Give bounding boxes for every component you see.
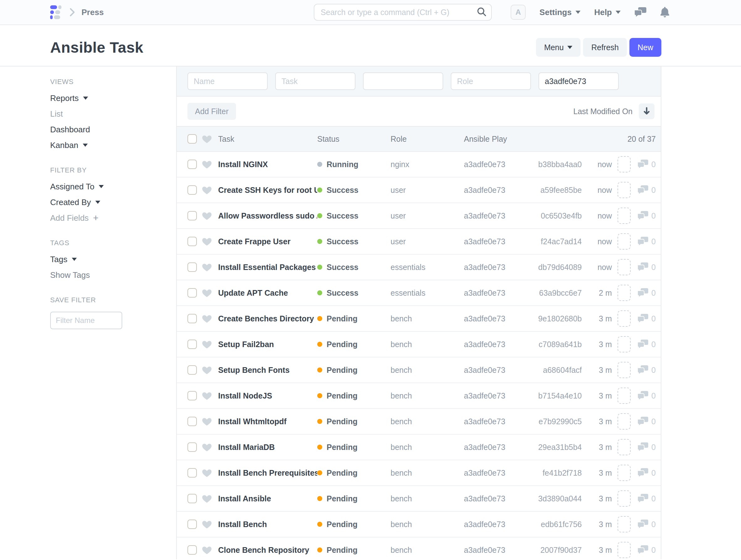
assign-placeholder[interactable] xyxy=(617,542,631,558)
row-checkbox[interactable] xyxy=(188,185,197,195)
sort-direction-button[interactable] xyxy=(639,104,655,119)
row-comments[interactable]: 0 xyxy=(631,262,656,272)
assign-placeholder[interactable] xyxy=(617,285,631,301)
breadcrumb[interactable]: Press xyxy=(81,7,104,17)
like-heart-icon[interactable] xyxy=(202,160,218,169)
assign-placeholder[interactable] xyxy=(617,439,631,455)
like-heart-icon[interactable] xyxy=(202,340,218,349)
like-heart-icon[interactable] xyxy=(202,263,218,271)
like-heart-icon[interactable] xyxy=(202,314,218,323)
row-checkbox[interactable] xyxy=(188,468,197,478)
row-checkbox[interactable] xyxy=(188,288,197,298)
assign-placeholder[interactable] xyxy=(617,387,631,404)
like-heart-icon[interactable] xyxy=(202,366,218,374)
filter-name-input[interactable] xyxy=(50,312,122,329)
row-task-link[interactable]: Setup Fail2ban xyxy=(218,340,317,349)
column-header-ansible-play[interactable]: Ansible Play xyxy=(464,134,527,144)
like-heart-icon[interactable] xyxy=(202,391,218,400)
chat-icon[interactable] xyxy=(634,7,646,17)
row-comments[interactable]: 0 xyxy=(631,417,656,426)
like-heart-icon[interactable] xyxy=(202,211,218,220)
like-heart-icon[interactable] xyxy=(202,289,218,297)
row-comments[interactable]: 0 xyxy=(631,494,656,503)
like-heart-icon[interactable] xyxy=(202,443,218,451)
like-heart-icon[interactable] xyxy=(202,237,218,246)
avatar[interactable]: A xyxy=(511,5,526,20)
row-checkbox[interactable] xyxy=(188,442,197,452)
liked-by-filter-heart-icon[interactable] xyxy=(202,134,218,143)
select-all-checkbox[interactable] xyxy=(188,134,197,144)
assign-placeholder[interactable] xyxy=(617,233,631,250)
like-heart-icon[interactable] xyxy=(202,546,218,554)
row-comments[interactable]: 0 xyxy=(631,519,656,529)
row-comments[interactable]: 0 xyxy=(631,314,656,323)
assign-placeholder[interactable] xyxy=(617,413,631,430)
row-comments[interactable]: 0 xyxy=(631,237,656,246)
standard-filter-input-name[interactable] xyxy=(188,72,268,90)
search-icon[interactable] xyxy=(477,7,487,19)
row-task-link[interactable]: Install NodeJS xyxy=(218,391,317,400)
search-input[interactable] xyxy=(314,4,492,21)
refresh-button[interactable]: Refresh xyxy=(583,38,627,57)
sidebar-item-add-fields[interactable]: Add Fields+ xyxy=(50,213,163,223)
like-heart-icon[interactable] xyxy=(202,417,218,426)
row-task-link[interactable]: Install Ansible xyxy=(218,494,317,503)
row-task-link[interactable]: Update APT Cache xyxy=(218,289,317,298)
assign-placeholder[interactable] xyxy=(617,516,631,533)
standard-filter-input-task[interactable] xyxy=(275,72,355,90)
app-logo-icon[interactable] xyxy=(50,5,61,19)
row-checkbox[interactable] xyxy=(188,237,197,246)
row-task-link[interactable]: Install Bench xyxy=(218,520,317,529)
row-checkbox[interactable] xyxy=(188,262,197,272)
sidebar-item-list[interactable]: List xyxy=(50,109,163,119)
row-task-link[interactable]: Clone Bench Repository xyxy=(218,546,317,555)
sidebar-item-tags[interactable]: Tags xyxy=(50,255,163,264)
row-task-link[interactable]: Install MariaDB xyxy=(218,443,317,452)
row-task-link[interactable]: Create SSH Keys for root Us xyxy=(218,186,317,195)
sidebar-item-show-tags[interactable]: Show Tags xyxy=(50,270,163,280)
standard-filter-input-role[interactable] xyxy=(451,72,531,90)
sidebar-item-kanban[interactable]: Kanban xyxy=(50,140,163,150)
column-header-status[interactable]: Status xyxy=(317,134,391,144)
row-comments[interactable]: 0 xyxy=(631,160,656,169)
row-checkbox[interactable] xyxy=(188,160,197,169)
row-task-link[interactable]: Setup Bench Fonts xyxy=(218,366,317,375)
assign-placeholder[interactable] xyxy=(617,490,631,507)
like-heart-icon[interactable] xyxy=(202,186,218,194)
row-checkbox[interactable] xyxy=(188,365,197,375)
list-count[interactable]: 20 of 37 xyxy=(527,134,656,144)
like-heart-icon[interactable] xyxy=(202,494,218,503)
sort-field-label[interactable]: Last Modified On xyxy=(573,107,632,116)
row-comments[interactable]: 0 xyxy=(631,365,656,375)
row-comments[interactable]: 0 xyxy=(631,339,656,349)
row-checkbox[interactable] xyxy=(188,494,197,503)
row-task-link[interactable]: Install Essential Packages xyxy=(218,263,317,272)
assign-placeholder[interactable] xyxy=(617,182,631,198)
row-comments[interactable]: 0 xyxy=(631,185,656,195)
row-task-link[interactable]: Install NGINX xyxy=(218,160,317,169)
menu-button[interactable]: Menu xyxy=(536,38,581,57)
row-task-link[interactable]: Create Frappe User xyxy=(218,237,317,246)
column-header-task[interactable]: Task xyxy=(218,134,317,144)
sidebar-item-dashboard[interactable]: Dashboard xyxy=(50,125,163,134)
settings-menu[interactable]: Settings xyxy=(539,7,581,17)
like-heart-icon[interactable] xyxy=(202,469,218,477)
row-checkbox[interactable] xyxy=(188,545,197,555)
row-checkbox[interactable] xyxy=(188,417,197,426)
assign-placeholder[interactable] xyxy=(617,465,631,481)
assign-placeholder[interactable] xyxy=(617,259,631,275)
sidebar-item-assigned-to[interactable]: Assigned To xyxy=(50,182,163,191)
row-task-link[interactable]: Install Bench Prerequisites xyxy=(218,469,317,478)
row-comments[interactable]: 0 xyxy=(631,391,656,400)
sidebar-item-created-by[interactable]: Created By xyxy=(50,197,163,207)
notifications-bell-icon[interactable] xyxy=(660,7,670,17)
new-button[interactable]: New xyxy=(629,38,661,57)
assign-placeholder[interactable] xyxy=(617,207,631,224)
row-comments[interactable]: 0 xyxy=(631,442,656,452)
assign-placeholder[interactable] xyxy=(617,310,631,327)
row-comments[interactable]: 0 xyxy=(631,211,656,221)
row-task-link[interactable]: Allow Passwordless sudo Ac xyxy=(218,211,317,221)
help-menu[interactable]: Help xyxy=(594,7,621,17)
row-checkbox[interactable] xyxy=(188,391,197,400)
assign-placeholder[interactable] xyxy=(617,336,631,353)
